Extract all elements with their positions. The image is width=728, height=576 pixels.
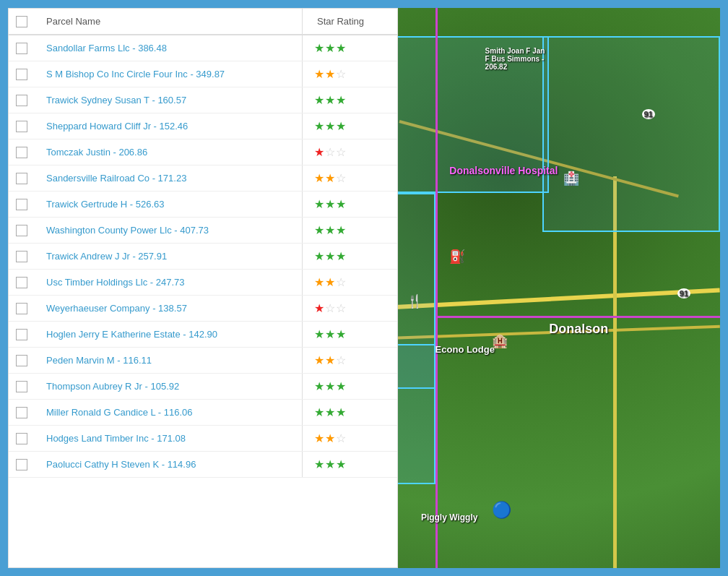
row-checkbox[interactable] — [16, 277, 27, 288]
parcel-name-cell[interactable]: Trawick Gertrude H - 526.63 — [38, 192, 302, 218]
star-icon[interactable]: ★ — [314, 198, 324, 210]
parcel-name-cell[interactable]: Washington County Power Llc - 407.73 — [38, 218, 302, 244]
star-icon[interactable]: ★ — [325, 120, 335, 132]
row-checkbox-cell — [9, 348, 38, 374]
star-icon[interactable]: ★ — [314, 94, 324, 106]
parcel-name-cell[interactable]: Miller Ronald G Candice L - 116.06 — [38, 400, 302, 426]
star-icon[interactable]: ★ — [314, 42, 324, 54]
star-icon[interactable]: ☆ — [336, 432, 346, 444]
row-checkbox[interactable] — [16, 199, 27, 210]
star-rating-cell: ★★★ — [303, 322, 397, 348]
row-checkbox[interactable] — [16, 459, 27, 470]
star-icon[interactable]: ★ — [314, 354, 324, 366]
star-icon[interactable]: ★ — [336, 458, 346, 470]
star-icon[interactable]: ★ — [325, 432, 335, 444]
parcel-name-cell[interactable]: Trawick Sydney Susan T - 160.57 — [38, 87, 302, 113]
row-checkbox[interactable] — [16, 95, 27, 106]
econo-lodge-label: Econo Lodge — [436, 344, 495, 355]
star-icon[interactable]: ★ — [314, 146, 324, 158]
row-checkbox[interactable] — [16, 433, 27, 444]
star-icon[interactable]: ★ — [314, 458, 324, 470]
star-icon[interactable]: ☆ — [336, 68, 346, 80]
star-rating-cell: ★★☆ — [303, 348, 397, 374]
star-icon[interactable]: ☆ — [336, 276, 346, 288]
parcel-name-cell[interactable]: Trawick Andrew J Jr - 257.91 — [38, 244, 302, 270]
star-icon[interactable]: ★ — [325, 42, 335, 54]
row-checkbox[interactable] — [16, 381, 27, 392]
star-icon[interactable]: ★ — [325, 224, 335, 236]
star-rating-cell: ★★★ — [303, 400, 397, 426]
star-icon[interactable]: ☆ — [336, 354, 346, 366]
star-icon[interactable]: ★ — [314, 328, 324, 340]
star-icon[interactable]: ★ — [325, 354, 335, 366]
star-icon[interactable]: ★ — [314, 172, 324, 184]
row-checkbox[interactable] — [16, 407, 27, 418]
select-all-checkbox[interactable] — [16, 16, 27, 27]
star-icon[interactable]: ★ — [336, 250, 346, 262]
star-icon[interactable]: ★ — [325, 406, 335, 418]
parcel-name-cell[interactable]: Paolucci Cathy H Steven K - 114.96 — [38, 452, 302, 478]
parcel-name-cell[interactable]: Peden Marvin M - 116.11 — [38, 348, 302, 374]
row-checkbox-cell — [9, 139, 38, 166]
star-icon[interactable]: ★ — [314, 68, 324, 80]
gas-map-pin: ⛽ — [449, 249, 465, 265]
star-rating-cell: ★★★ — [303, 87, 397, 113]
star-icon[interactable]: ★ — [336, 224, 346, 236]
star-icon[interactable]: ★ — [314, 432, 324, 444]
star-icon[interactable]: ★ — [325, 172, 335, 184]
parcel-name-cell[interactable]: Usc Timber Holdings Llc - 247.73 — [38, 270, 302, 296]
parcel-name-cell[interactable]: Tomczak Justin - 206.86 — [38, 139, 302, 166]
star-icon[interactable]: ★ — [314, 406, 324, 418]
row-checkbox[interactable] — [16, 69, 27, 80]
star-icon[interactable]: ★ — [325, 250, 335, 262]
star-icon[interactable]: ★ — [325, 458, 335, 470]
star-rating-cell: ★★☆ — [303, 270, 397, 296]
parcel-name-cell[interactable]: Sheppard Howard Cliff Jr - 152.46 — [38, 113, 302, 139]
row-checkbox[interactable] — [16, 225, 27, 236]
star-rating-cell: ★☆☆ — [303, 139, 397, 166]
star-icon[interactable]: ★ — [314, 302, 324, 314]
row-checkbox[interactable] — [16, 121, 27, 132]
table-row: Tomczak Justin - 206.86★☆☆ — [9, 139, 397, 166]
row-checkbox[interactable] — [16, 355, 27, 366]
star-icon[interactable]: ★ — [325, 68, 335, 80]
table-row: Miller Ronald G Candice L - 116.06★★★ — [9, 400, 397, 426]
star-icon[interactable]: ★ — [314, 224, 324, 236]
star-icon[interactable]: ☆ — [336, 172, 346, 184]
parcel-name-cell[interactable]: Hoglen Jerry E Katherine Estate - 142.90 — [38, 322, 302, 348]
row-checkbox[interactable] — [16, 329, 27, 340]
star-icon[interactable]: ★ — [336, 380, 346, 392]
row-checkbox[interactable] — [16, 303, 27, 314]
star-icon[interactable]: ★ — [325, 380, 335, 392]
star-icon[interactable]: ★ — [336, 198, 346, 210]
row-checkbox[interactable] — [16, 147, 27, 158]
star-icon[interactable]: ★ — [314, 276, 324, 288]
parcel-name-cell[interactable]: Sandollar Farms Llc - 386.48 — [38, 35, 302, 61]
star-icon[interactable]: ★ — [325, 94, 335, 106]
star-icon[interactable]: ★ — [325, 328, 335, 340]
star-icon[interactable]: ★ — [336, 120, 346, 132]
table-row: Usc Timber Holdings Llc - 247.73★★☆ — [9, 270, 397, 296]
star-icon[interactable]: ★ — [325, 198, 335, 210]
parcel-name-cell[interactable]: S M Bishop Co Inc Circle Four Inc - 349.… — [38, 61, 302, 87]
star-icon[interactable]: ☆ — [336, 302, 346, 314]
star-icon[interactable]: ☆ — [325, 146, 335, 158]
star-icon[interactable]: ★ — [325, 276, 335, 288]
star-icon[interactable]: ☆ — [325, 302, 335, 314]
star-icon[interactable]: ★ — [336, 406, 346, 418]
star-rating-cell: ★★☆ — [303, 426, 397, 452]
parcel-name-cell[interactable]: Hodges Land Timber Inc - 171.08 — [38, 426, 302, 452]
star-icon[interactable]: ★ — [314, 120, 324, 132]
parcel-name-cell[interactable]: Weyerhaeuser Company - 138.57 — [38, 296, 302, 322]
star-icon[interactable]: ★ — [314, 380, 324, 392]
star-icon[interactable]: ★ — [314, 250, 324, 262]
star-icon[interactable]: ★ — [336, 94, 346, 106]
star-icon[interactable]: ☆ — [336, 146, 346, 158]
star-icon[interactable]: ★ — [336, 42, 346, 54]
row-checkbox[interactable] — [16, 173, 27, 184]
parcel-name-cell[interactable]: Thompson Aubrey R Jr - 105.92 — [38, 374, 302, 400]
row-checkbox[interactable] — [16, 251, 27, 262]
parcel-name-cell[interactable]: Sandersville Railroad Co - 171.23 — [38, 166, 302, 192]
star-icon[interactable]: ★ — [336, 328, 346, 340]
row-checkbox[interactable] — [16, 43, 27, 54]
